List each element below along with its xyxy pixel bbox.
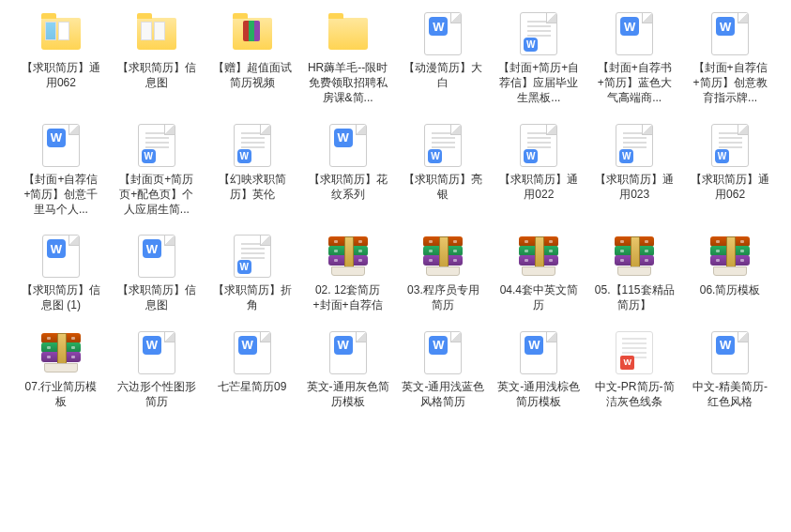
word-doc-icon: W [234,331,271,374]
file-icon-wrap: W [516,123,561,168]
file-icon-wrap [38,330,84,375]
word-doc-icon: W [711,12,749,55]
file-item[interactable]: W 英文-通用浅棕色简历模板 [493,330,585,409]
file-label: 04.4套中英文简历 [497,282,580,312]
file-label: 六边形个性图形简历 [115,379,198,409]
file-item[interactable]: W 中文-精美简历-红色风格 [684,330,776,409]
word-doc-icon: W [329,331,367,374]
file-icon-wrap: W [326,123,371,168]
file-item[interactable]: 【赠】超值面试简历视频 [206,11,298,106]
file-icon-wrap: W [134,123,179,168]
word-doc-icon: W [138,331,175,374]
file-item[interactable]: W 【求职简历】通用062 [684,123,776,218]
file-label: 中文-精美简历-红色风格 [689,379,771,409]
file-icon-wrap: W [612,11,657,56]
file-icon-wrap: W [230,234,275,279]
file-label: 【求职简历】信息图 [115,60,198,90]
word-doc-icon: W [138,235,175,278]
file-icon-wrap: W [516,11,561,56]
file-item[interactable]: W 【求职简历】折角 [206,234,298,312]
file-item[interactable]: W 英文-通用浅蓝色风格简历 [398,330,490,409]
file-item[interactable]: W 【幻映求职简历】英伦 [206,123,298,218]
word-doc-icon: W [42,124,80,167]
word-doc-icon: W [520,12,557,55]
file-label: 【求职简历】花纹系列 [307,172,389,202]
word-doc-icon: W [424,12,462,55]
file-item[interactable]: W 六边形个性图形简历 [111,330,203,409]
file-label: 【动漫简历】大白 [402,60,484,90]
file-label: 【赠】超值面试简历视频 [211,60,294,90]
word-doc-icon: W [424,331,462,374]
file-item[interactable]: W 【求职简历】亮银 [398,123,490,218]
archive-icon [423,236,463,276]
file-icon-wrap: W [612,330,657,375]
file-icon-wrap: W [38,123,84,168]
file-item[interactable]: W 【求职简历】通用022 [493,123,585,218]
file-item[interactable]: W 【封面+自荐信+简历】创意千里马个人... [15,123,107,218]
file-icon-wrap [420,234,465,279]
file-item[interactable]: 07.行业简历模板 [15,330,107,409]
file-item[interactable]: W 【封面+简历+自荐信】应届毕业生黑板... [493,11,585,106]
file-label: 【封面+简历+自荐信】应届毕业生黑板... [497,60,580,106]
file-label: HR薅羊毛--限时免费领取招聘私房课&简... [307,60,389,106]
folder-icon [328,18,368,50]
file-label: 【封面+自荐书+简历】蓝色大气高端商... [593,60,676,106]
file-item[interactable]: W 【求职简历】信息图 (1) [15,234,107,312]
file-icon-wrap: W [38,234,84,279]
file-label: 05.【115套精品简历】 [593,282,676,312]
file-icon-wrap: W [707,330,753,375]
file-item[interactable]: 【求职简历】信息图 [111,11,203,106]
file-item[interactable]: W 【封面+自荐信+简历】创意教育指示牌... [684,11,776,106]
file-item[interactable]: W 英文-通用灰色简历模板 [302,330,394,409]
archive-icon [328,236,368,276]
file-icon-wrap: W [516,330,561,375]
file-item[interactable]: W 【求职简历】通用023 [588,123,680,218]
file-item[interactable]: W 【封面页+简历页+配色页】个人应届生简... [111,123,203,218]
file-label: 【求职简历】信息图 (1) [20,282,102,312]
file-item[interactable]: 06.简历模板 [684,234,776,312]
file-icon-wrap [707,234,753,279]
file-icon-wrap: W [707,123,753,168]
word-doc-icon: W [711,124,749,167]
archive-icon [615,236,654,276]
file-item[interactable]: 03.程序员专用简历 [398,234,490,312]
file-item[interactable]: W 七芒星简历09 [206,330,298,409]
file-label: 中文-PR简历-简洁灰色线条 [593,379,676,409]
file-label: 【求职简历】折角 [211,282,294,312]
word-doc-icon: W [42,235,80,278]
file-label: 【求职简历】通用022 [497,172,580,202]
file-icon-wrap [326,11,371,56]
word-doc-icon: W [234,124,271,167]
file-item[interactable]: HR薅羊毛--限时免费领取招聘私房课&简... [302,11,394,106]
file-item[interactable]: 05.【115套精品简历】 [588,234,680,312]
file-icon-wrap [230,11,275,56]
file-item[interactable]: W 【封面+自荐书+简历】蓝色大气高端商... [588,11,680,106]
word-doc-icon: W [520,331,557,374]
file-label: 03.程序员专用简历 [402,282,484,312]
file-icon-wrap: W [707,11,753,56]
file-item[interactable]: W 【动漫简历】大白 [398,11,490,106]
word-doc-icon: W [424,124,462,167]
folder-icon [137,18,176,50]
file-item[interactable]: 04.4套中英文简历 [493,234,585,312]
word-doc-icon: W [234,235,271,278]
file-icon-wrap [38,11,84,56]
file-item[interactable]: W 【求职简历】信息图 [111,234,203,312]
file-item[interactable]: 【求职简历】通用062 [15,11,107,106]
file-label: 英文-通用浅棕色简历模板 [497,379,580,409]
file-icon-wrap [134,11,179,56]
file-icon-wrap: W [230,330,275,375]
file-item[interactable]: 02. 12套简历+封面+自荐信 [302,234,394,312]
file-item[interactable]: W 中文-PR简历-简洁灰色线条 [588,330,680,409]
archive-icon [41,333,81,372]
file-icon-wrap [516,234,561,279]
file-item[interactable]: W 【求职简历】花纹系列 [302,123,394,218]
wps-doc-icon: W [616,331,653,374]
file-icon-wrap [326,234,371,279]
file-icon-wrap: W [230,123,275,168]
file-label: 【求职简历】信息图 [115,282,198,312]
word-doc-icon: W [138,124,175,167]
file-label: 【求职简历】通用062 [689,172,771,202]
word-doc-icon: W [616,124,653,167]
file-label: 七芒星简历09 [218,379,286,394]
